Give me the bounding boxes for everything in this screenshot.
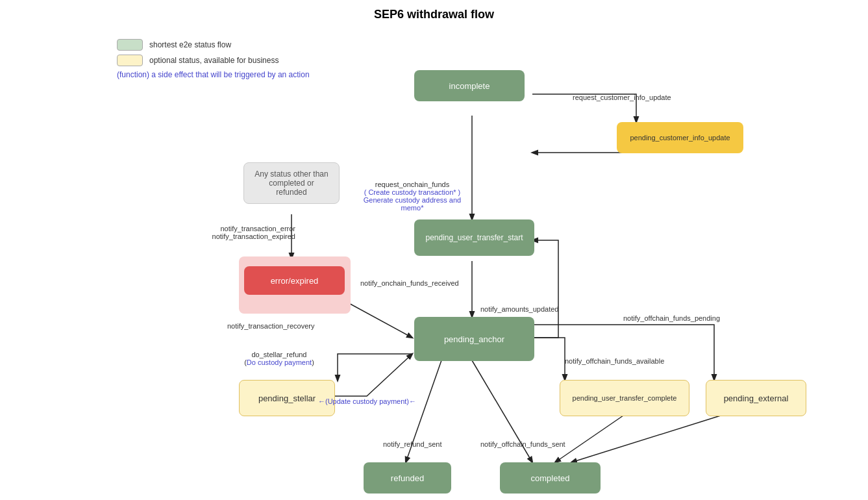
node-pending-anchor: pending_anchor [414, 317, 534, 361]
label-notify-error-expired: notify_transaction_error notify_transact… [182, 225, 295, 240]
label-notify-amounts: notify_amounts_updated [480, 305, 558, 313]
node-incomplete: incomplete [414, 70, 525, 101]
label-update-custody: ←(Update custody payment)← [318, 397, 416, 405]
node-pending-customer-info-update: pending_customer_info_update [617, 122, 743, 153]
page-title: SEP6 withdrawal flow [0, 0, 868, 21]
label-notify-onchain: notify_onchain_funds_received [360, 279, 459, 287]
label-offchain-pending: notify_offchain_funds_pending [623, 314, 720, 322]
node-pending-user-transfer-complete: pending_user_transfer_complete [560, 380, 689, 416]
label-request-onchain: request_onchain_funds ( Create custody t… [360, 181, 464, 212]
node-refunded: refunded [364, 462, 451, 494]
flow-container: incomplete pending_customer_info_update … [0, 26, 868, 500]
svg-line-4 [555, 416, 623, 462]
label-offchain-available: notify_offchain_funds_available [565, 357, 664, 365]
any-status-box: Any status other than completed or refun… [243, 162, 340, 204]
label-recovery: notify_transaction_recovery [227, 322, 315, 330]
svg-line-5 [571, 416, 721, 462]
node-pending-user-transfer-start: pending_user_transfer_start [414, 219, 534, 256]
label-request-customer-info-update: request_customer_info_update [573, 94, 671, 101]
node-pending-external: pending_external [706, 380, 806, 416]
label-notify-offchain-sent: notify_offchain_funds_sent [480, 440, 565, 448]
node-error-expired: error/expired [244, 266, 345, 295]
label-stellar-refund: do_stellar_refund (Do custody payment) [227, 351, 331, 366]
label-notify-refund-sent-1: notify_refund_sent [383, 440, 442, 448]
node-completed: completed [500, 462, 601, 494]
